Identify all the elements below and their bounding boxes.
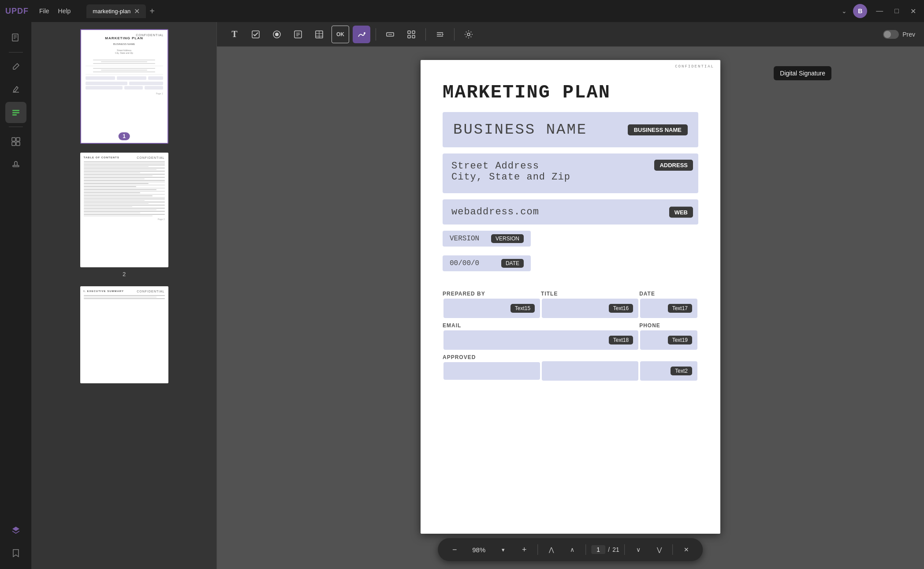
svg-rect-0 — [12, 34, 18, 41]
business-name-tag[interactable]: BUSINESS NAME — [628, 124, 688, 135]
signature-tool-button[interactable] — [353, 26, 370, 43]
svg-rect-4 — [12, 110, 19, 111]
jump-first-button[interactable]: ⋀ — [543, 542, 559, 558]
zoom-out-button[interactable]: − — [447, 542, 462, 558]
svg-rect-26 — [408, 31, 410, 34]
text19-tag[interactable]: Text19 — [668, 336, 692, 344]
address-tag[interactable]: ADDRESS — [654, 160, 693, 171]
sidebar-item-pages[interactable] — [5, 27, 26, 49]
settings-button[interactable] — [460, 26, 477, 43]
text18-field[interactable]: Text18 — [443, 330, 638, 350]
text20-field[interactable] — [443, 362, 540, 380]
approved-title-field[interactable] — [542, 361, 638, 381]
svg-rect-10 — [16, 142, 20, 146]
jump-last-button[interactable]: ⋁ — [652, 542, 667, 558]
phone-header: PHONE — [639, 321, 698, 329]
thumbnail-image-1[interactable]: CONFIDENTIAL MARKETING PLAN BUSINESS NAM… — [80, 29, 168, 144]
text15-field[interactable]: Text15 — [443, 299, 540, 318]
sidebar-item-stamp[interactable] — [5, 153, 26, 175]
list-tool-button[interactable] — [289, 26, 307, 43]
toolbar: T OK — [217, 22, 924, 47]
text2-field[interactable]: Text2 — [640, 361, 697, 381]
text15-tag[interactable]: Text15 — [510, 304, 535, 313]
text17-field[interactable]: Text17 — [640, 299, 697, 318]
svg-rect-28 — [408, 35, 410, 38]
sidebar-item-forms[interactable] — [5, 102, 26, 123]
table-tool-button[interactable] — [310, 26, 328, 43]
menu-help[interactable]: Help — [58, 7, 71, 15]
sidebar-item-organize[interactable] — [5, 131, 26, 152]
main-area: CONFIDENTIAL MARKETING PLAN BUSINESS NAM… — [0, 22, 924, 569]
jump-next-button[interactable]: ∨ — [630, 542, 646, 558]
current-page-input[interactable] — [591, 545, 605, 554]
thumbnail-watermark-1: CONFIDENTIAL — [136, 34, 164, 37]
user-avatar[interactable]: B — [853, 4, 867, 18]
maximize-button[interactable]: □ — [892, 6, 902, 16]
address-line1: Street Address — [451, 161, 570, 172]
svg-rect-9 — [12, 142, 15, 146]
svg-point-33 — [467, 33, 470, 36]
toolbar-sep-3 — [454, 28, 455, 41]
version-tag[interactable]: VERSION — [491, 234, 524, 243]
sidebar-icons — [0, 22, 32, 569]
text-field-button[interactable] — [381, 26, 399, 43]
thumbnail-page-3[interactable]: CONFIDENTIAL I. EXECUTIVE SUMMARY — [80, 286, 168, 383]
minimize-button[interactable]: — — [873, 6, 886, 16]
layout-button[interactable] — [402, 26, 420, 43]
thumbnail-watermark-2: CONFIDENTIAL — [137, 156, 164, 159]
date-tag[interactable]: DATE — [501, 259, 524, 268]
tab-close-button[interactable]: ✕ — [134, 7, 140, 15]
sidebar-item-layers[interactable] — [5, 520, 26, 541]
toggle-switch[interactable] — [883, 30, 899, 39]
document-watermark: CONFIDENTIAL — [675, 64, 714, 69]
web-tag[interactable]: WEB — [669, 206, 693, 217]
thumbnail-image-3[interactable]: CONFIDENTIAL I. EXECUTIVE SUMMARY — [80, 286, 168, 383]
approved-col: APPROVED — [443, 352, 541, 382]
jump-prev-button[interactable]: ∧ — [564, 542, 580, 558]
zoom-in-button[interactable]: + — [516, 542, 532, 558]
email-phone-row: EMAIL Text18 PHONE Text19 — [443, 321, 698, 351]
text17-tag[interactable]: Text17 — [668, 304, 692, 313]
prep-by-col: PREPARED BY Text15 — [443, 289, 541, 319]
approved-header: APPROVED — [443, 352, 541, 361]
business-name-label: BUSINESS NAME — [453, 121, 628, 138]
toolbar-right: Prev — [883, 30, 915, 39]
sidebar-item-bookmarks[interactable] — [5, 543, 26, 564]
text2-tag[interactable]: Text2 — [671, 367, 692, 375]
zoom-value-display: 98% — [468, 546, 490, 554]
approved-row: APPROVED Text2 — [443, 352, 698, 382]
email-col: EMAIL Text18 — [443, 321, 639, 351]
date-col: DATE Text17 — [639, 289, 698, 319]
prev-button[interactable]: Prev — [902, 31, 915, 38]
text18-tag[interactable]: Text18 — [609, 336, 633, 344]
close-button[interactable]: ✕ — [908, 6, 919, 16]
zoom-dropdown-button[interactable]: ▾ — [495, 542, 511, 558]
new-tab-button[interactable]: + — [149, 6, 155, 16]
prev-label: Prev — [902, 31, 915, 38]
stamp-tool-button[interactable]: OK — [332, 26, 349, 43]
chevron-down-icon[interactable]: ⌄ — [842, 7, 847, 15]
thumbnail-page-1[interactable]: CONFIDENTIAL MARKETING PLAN BUSINESS NAM… — [80, 29, 168, 144]
sidebar-item-annotate[interactable] — [5, 56, 26, 77]
email-header: EMAIL — [443, 321, 639, 329]
radio-tool-button[interactable] — [268, 26, 286, 43]
menu-file[interactable]: File — [39, 7, 49, 15]
svg-rect-11 — [13, 165, 19, 167]
text-tool-button[interactable]: T — [226, 26, 243, 43]
page-display: / 21 — [591, 545, 619, 554]
thumbnail-page-2[interactable]: CONFIDENTIAL TABLE OF CONTENTS — [80, 153, 168, 277]
content-area: T OK — [217, 22, 924, 569]
page-separator: / — [608, 546, 610, 553]
thumbnail-image-2[interactable]: CONFIDENTIAL TABLE OF CONTENTS — [80, 153, 168, 267]
text16-field[interactable]: Text16 — [542, 299, 638, 318]
tab-marketing-plan[interactable]: marketing-plan ✕ — [86, 4, 146, 18]
document-page: CONFIDENTIAL MARKETING PLAN BUSINESS NAM… — [421, 60, 720, 534]
version-block: VERSION VERSION — [443, 231, 531, 247]
document-scroll[interactable]: CONFIDENTIAL MARKETING PLAN BUSINESS NAM… — [217, 47, 924, 569]
sidebar-item-edit[interactable] — [5, 79, 26, 100]
text19-field[interactable]: Text19 — [640, 330, 697, 350]
align-button[interactable] — [431, 26, 449, 43]
text16-tag[interactable]: Text16 — [609, 304, 633, 313]
checkbox-tool-button[interactable] — [247, 26, 265, 43]
nav-close-button[interactable]: ✕ — [678, 542, 694, 558]
